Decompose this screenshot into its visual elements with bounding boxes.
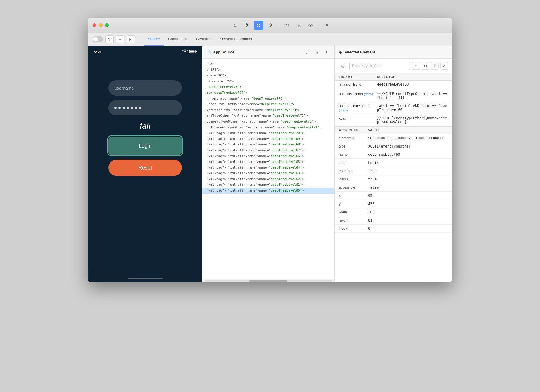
- source-line[interactable]: ypeOther "xml-attr-name">name="deepTreeL…: [202, 107, 334, 113]
- tabs: Source Commands Gestures Session Informa…: [144, 33, 447, 46]
- svg-rect-0: [257, 24, 258, 25]
- dot-7: [139, 107, 141, 109]
- source-line[interactable]: eLevel80">: [202, 73, 334, 78]
- minimize-traffic-light[interactable]: [99, 23, 103, 27]
- attr-row: namedeepTreeLevel60: [335, 150, 452, 159]
- send-key-copy-btn[interactable]: ⎘: [431, 62, 439, 70]
- locator-icon[interactable]: ◎: [339, 62, 347, 70]
- send-key-tap-btn[interactable]: ⊡: [422, 62, 429, 70]
- find-by-col1: Find By: [339, 75, 377, 78]
- eye-icon[interactable]: [306, 21, 315, 30]
- source-line[interactable]: entTypeOther "xml-attr-name">name="deepT…: [202, 113, 334, 119]
- dot-5: [131, 107, 133, 109]
- source-line[interactable]: "xml-tag"> "xml-attr-name">name="deepTre…: [202, 165, 334, 171]
- source-line[interactable]: "xml-tag"> "xml-attr-name">name="deepTre…: [202, 170, 334, 176]
- send-keys-row: ◎ ↵ ⊡ ⎘ ✕: [335, 59, 452, 73]
- element-panel: ◈ Selected Element ◎ ↵ ⊡ ⎘ ✕ Find By Sel: [335, 46, 452, 282]
- source-line[interactable]: "xml-tag"> "xml-attr-name">name="deepTre…: [202, 159, 334, 165]
- find-by-row: accessibility iddeepTreeLevel60: [335, 81, 452, 90]
- source-line[interactable]: pTreeLevel79">: [202, 78, 334, 84]
- close-traffic-light[interactable]: [93, 23, 96, 27]
- username-placeholder: username: [114, 86, 134, 91]
- attr-row: height81: [335, 216, 452, 225]
- home-indicator: [128, 278, 163, 279]
- docs-link[interactable]: (docs): [339, 108, 348, 112]
- source-line[interactable]: me="deepTreeLevel77">: [202, 90, 334, 96]
- status-right: [182, 49, 197, 54]
- svg-point-6: [185, 53, 186, 53]
- source-line[interactable]: vel81">: [202, 67, 334, 73]
- mic-icon[interactable]: 🎙: [242, 21, 251, 30]
- send-key-clear-btn[interactable]: ✕: [440, 62, 448, 70]
- send-key-enter-btn[interactable]: ↵: [412, 62, 420, 70]
- grid-button[interactable]: ⊡: [127, 35, 135, 43]
- toggle-switch[interactable]: [93, 36, 103, 42]
- attr-row: elementId56000000-0000-0000-7313-0000000…: [335, 134, 452, 142]
- h-scrollbar[interactable]: [205, 280, 332, 282]
- source-line[interactable]: "xml-tag"> "xml-attr-name">name="deepTre…: [202, 182, 334, 188]
- source-line[interactable]: "xml-tag"> "xml-attr-name">name="deepTre…: [202, 130, 334, 136]
- attr-row: accessiblefalse: [335, 183, 452, 192]
- attr-row: typeXCUIElementTypeOther: [335, 142, 452, 150]
- send-keys-input[interactable]: [349, 62, 410, 70]
- attr-row: enabledtrue: [335, 167, 452, 175]
- search-icon[interactable]: ⌕: [294, 21, 303, 30]
- source-content[interactable]: 2">vel81">eLevel80">pTreeLevel79">"deepT…: [202, 59, 334, 279]
- h-scrollbar-thumb: [249, 280, 288, 282]
- battery-icon: [189, 50, 197, 54]
- find-by-rows: accessibility iddeepTreeLevel60-ios clas…: [335, 81, 452, 126]
- tab-gestures[interactable]: Gestures: [192, 33, 216, 46]
- device-screen: 5:21: [88, 46, 202, 282]
- docs-link[interactable]: (docs): [364, 92, 373, 96]
- source-line[interactable]: r "xml-attr-name">name="deepTreeLevel76"…: [202, 96, 334, 102]
- username-input-display[interactable]: username: [108, 80, 182, 96]
- tab-commands[interactable]: Commands: [164, 33, 192, 46]
- dot-3: [123, 107, 125, 109]
- attr-row: x95: [335, 192, 452, 200]
- password-input-display[interactable]: [108, 100, 182, 115]
- title-bar: ⌂ 🎙 ⚙ ↻ ⌕ ✕: [88, 18, 452, 33]
- attr-col1: Attribute: [339, 128, 368, 132]
- reset-button-display[interactable]: Reset: [108, 160, 182, 176]
- close-button[interactable]: ✕: [323, 21, 332, 30]
- attr-row: width200: [335, 208, 452, 216]
- attr-row: index0: [335, 225, 452, 233]
- settings-icon[interactable]: ⚙: [266, 21, 275, 30]
- source-line[interactable]: "xml-tag"> "xml-attr-name">name="deepTre…: [202, 153, 334, 159]
- refresh-icon[interactable]: ↻: [282, 21, 292, 30]
- device-content: username fail: [88, 57, 202, 276]
- source-line[interactable]: 2">: [202, 61, 334, 67]
- arrow-button[interactable]: →: [116, 35, 124, 43]
- tab-source[interactable]: Source: [144, 33, 164, 46]
- maximize-traffic-light[interactable]: [105, 23, 109, 27]
- source-line[interactable]: "deepTreeLevel78">: [202, 84, 334, 90]
- source-line[interactable]: CUIElementTypeOther "xml-attr-name">name…: [202, 125, 334, 130]
- download-btn[interactable]: ⬇: [323, 49, 330, 56]
- expand-btn[interactable]: ⬚: [304, 49, 311, 56]
- dot-4: [127, 107, 129, 109]
- dot-6: [135, 107, 137, 109]
- home-icon[interactable]: ⌂: [230, 21, 240, 30]
- source-line[interactable]: "xml-tag"> "xml-attr-name">name="deepTre…: [202, 136, 334, 142]
- element-icon: ◈: [339, 50, 342, 54]
- inspect-icon[interactable]: [254, 21, 263, 30]
- source-line[interactable]: "xml-tag"> "xml-attr-name">name="deepTre…: [202, 142, 334, 148]
- status-bar: 5:21: [88, 46, 202, 57]
- copy-btn[interactable]: ⎘: [314, 49, 321, 56]
- source-line[interactable]: Other "xml-attr-name">name="deepTreeLeve…: [202, 101, 334, 107]
- source-panel-header: 📄 App Source ⬚ ⎘ ⬇: [202, 46, 334, 59]
- select-button[interactable]: [105, 35, 114, 43]
- toolbar-separator-2: [319, 22, 319, 29]
- source-line[interactable]: "xml-tag"> "xml-attr-name">name="deepTre…: [202, 148, 334, 153]
- find-by-row: -ios class chain (docs)**/XCUIElementTyp…: [335, 90, 452, 102]
- dot-1: [114, 107, 117, 109]
- find-by-row: xpath//XCUIElementTypeOther[@name="deepT…: [335, 114, 452, 126]
- source-line[interactable]: "xml-tag"> "xml-attr-name">name="deepTre…: [202, 176, 334, 182]
- fail-text: fail: [140, 121, 150, 131]
- find-by-table: Find By Selector accessibility iddeepTre…: [335, 73, 452, 126]
- svg-point-5: [310, 25, 311, 26]
- login-button-display[interactable]: Login: [108, 137, 182, 155]
- tab-session-info[interactable]: Session Information: [215, 33, 257, 46]
- source-line[interactable]: "xml-tag"> "xml-attr-name">name="deepTre…: [202, 188, 334, 194]
- source-line[interactable]: ElementTypeOther "xml-attr-name">name="d…: [202, 119, 334, 125]
